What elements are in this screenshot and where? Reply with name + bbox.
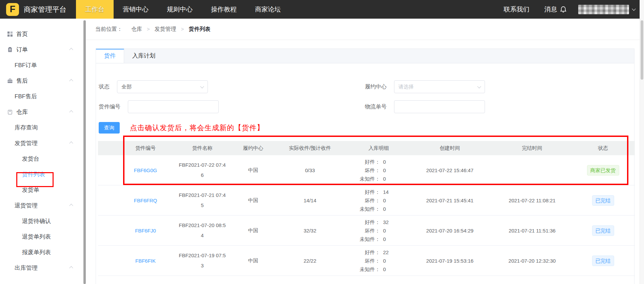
sidebar-item[interactable]: 库存查询 (0, 120, 83, 135)
tracking-no-input[interactable] (394, 100, 485, 113)
created-time-cell: 2021-07-21 15:45:41 (407, 198, 493, 203)
inbound-details: 好件：0坏件：0未知件：0 (357, 158, 401, 183)
created-time-cell: 2021-07-20 16:54:29 (407, 228, 493, 234)
top-menu: 工作台营销中心规则中心操作教程商家论坛 (76, 0, 290, 19)
finished-time-cell: 2021-07-22 11:08:21 (493, 198, 571, 203)
chevron-up-icon (69, 110, 73, 114)
top-menu-item[interactable]: 操作教程 (202, 0, 246, 19)
app-logo[interactable]: F (6, 3, 19, 16)
fulfillment-center-cell: 中国 (237, 197, 269, 204)
sidebar-item[interactable]: 订单 (0, 42, 83, 57)
fulfillment-center-cell: 中国 (237, 258, 269, 264)
chevron-up-icon (69, 79, 73, 83)
status-badge: 已完结 (592, 195, 614, 206)
status-badge: 商家已发货 (587, 165, 619, 176)
page-scrollbar-thumb[interactable] (641, 20, 643, 80)
shipment-name: FBF2021-07-21 07:45 (178, 190, 227, 210)
sidebar-scrollbar[interactable] (83, 20, 86, 284)
table-row: FBF6FIK FBF2021-07-19 07:53 中国 22/22 好件：… (98, 246, 635, 276)
sidebar-item[interactable]: 退货待确认 (0, 213, 83, 229)
shipment-code-link[interactable]: FBF6FIK (135, 258, 156, 264)
shipment-code-link[interactable]: FBF6G0G (134, 167, 157, 173)
breadcrumb-separator-icon: > (181, 26, 184, 32)
sidebar-item[interactable]: 发货单 (0, 182, 83, 198)
fulfillment-select-placeholder: 请选择 (398, 84, 414, 90)
inbound-detail-line: 坏件：0 (357, 166, 401, 175)
chevron-up-icon (69, 141, 73, 145)
sidebar-item[interactable]: 货件列表 (0, 166, 83, 182)
inbound-detail-line: 坏件：0 (357, 226, 401, 235)
inbound-details: 好件：22坏件：0未知件：0 (357, 248, 401, 273)
fulfillment-center-select[interactable]: 请选择 (394, 80, 485, 93)
sidebar-item[interactable]: 发货台 (0, 151, 83, 166)
chevron-up-icon (69, 266, 73, 270)
tab[interactable]: 货件 (96, 49, 124, 63)
order-icon (7, 47, 13, 53)
sidebar-item[interactable]: 报废单列表 (0, 244, 83, 260)
sidebar-nav: 首页 订单 FBF订单 售后 FBF售后 仓库 库存查询 发货管理 发货台 货件… (0, 19, 83, 284)
top-navbar: F 商家管理平台 工作台营销中心规则中心操作教程商家论坛 联系我们 消息 (0, 0, 644, 19)
search-button[interactable]: 查询 (99, 122, 120, 134)
breadcrumb-prefix: 当前位置： (95, 26, 122, 33)
inbound-detail-line: 好件：14 (357, 188, 401, 196)
sidebar-item[interactable]: 售后 (0, 73, 83, 88)
sidebar-item[interactable]: 出库管理 (0, 260, 83, 276)
status-badge: 已完结 (592, 225, 614, 236)
inbound-detail-line: 未知件：0 (357, 265, 401, 273)
top-menu-item[interactable]: 商家论坛 (246, 0, 290, 19)
fulfillment-center-cell: 中国 (237, 167, 269, 174)
shipment-code-link[interactable]: FBF6FJ0 (135, 228, 156, 234)
table-body: FBF6G0G FBF2021-07-22 07:46 中国 0/33 好件：0… (98, 155, 635, 284)
breadcrumb-item[interactable]: 仓库 (131, 26, 142, 32)
received-cell: 22/22 (269, 258, 351, 264)
table-row: FBF6FJ0 FBF2021-07-20 08:54 中国 32/32 好件：… (98, 216, 635, 246)
sidebar-item[interactable]: 仓库 (0, 104, 83, 120)
user-avatar-blurred[interactable] (578, 5, 629, 14)
brand-title: 商家管理平台 (24, 5, 66, 14)
shipment-no-label: 货件编号 (99, 103, 120, 110)
table-header-cell: 完结时间 (493, 145, 571, 151)
sidebar-item[interactable]: FBF订单 (0, 57, 83, 73)
received-cell: 32/32 (269, 228, 351, 234)
inbound-detail-line: 坏件：0 (357, 257, 401, 265)
top-menu-item[interactable]: 营销中心 (114, 0, 158, 19)
chevron-down-icon (477, 84, 481, 88)
inbound-detail-line: 未知件：0 (357, 175, 401, 183)
table-header-cell: 创建时间 (407, 145, 493, 151)
inbound-detail-line: 好件：32 (357, 218, 401, 226)
status-select-value: 全部 (121, 84, 132, 90)
shipment-card: 货件入库计划 状态 全部 履约中心 请选择 (96, 48, 635, 284)
status-select[interactable]: 全部 (117, 80, 208, 93)
chevron-down-icon (200, 84, 204, 88)
shipment-no-input[interactable] (128, 100, 219, 113)
table-header-cell: 货件名称 (168, 145, 237, 151)
tracking-no-label: 物流单号 (365, 103, 387, 110)
shipment-name: FBF2021-07-19 07:53 (178, 250, 227, 271)
table-row: FBF6G0G FBF2021-07-22 07:46 中国 0/33 好件：0… (98, 155, 635, 185)
bell-icon[interactable] (560, 6, 567, 13)
inbound-details: 好件：32坏件：0未知件：0 (357, 218, 401, 243)
shipment-code-link[interactable]: FBF6FRQ (134, 198, 157, 203)
received-cell: 0/33 (269, 167, 351, 173)
messages-link[interactable]: 消息 (544, 5, 557, 14)
sidebar-item[interactable]: FBF售后 (0, 88, 83, 104)
sidebar-item[interactable]: 首页 (0, 26, 83, 42)
chevron-up-icon (69, 204, 73, 207)
grid-icon (7, 31, 13, 37)
inbound-details: 好件：14坏件：0未知件：0 (357, 188, 401, 213)
fulfillment-center-label: 履约中心 (365, 83, 387, 90)
received-cell: 14/14 (269, 198, 351, 203)
top-menu-item[interactable]: 规则中心 (158, 0, 202, 19)
tab[interactable]: 入库计划 (124, 49, 163, 63)
status-badge: 已完结 (592, 256, 614, 266)
contact-us-link[interactable]: 联系我们 (504, 5, 529, 14)
tab-bar: 货件入库计划 (96, 49, 634, 63)
top-menu-item[interactable]: 工作台 (76, 0, 114, 19)
sidebar-item[interactable]: 发货管理 (0, 135, 83, 151)
chevron-up-icon (69, 48, 73, 52)
navbar-right: 联系我们 消息 (504, 5, 635, 14)
breadcrumb-item: 货件列表 (189, 26, 211, 32)
sidebar-item[interactable]: 退货单列表 (0, 229, 83, 244)
sidebar-item[interactable]: 退货管理 (0, 198, 83, 213)
breadcrumb-item[interactable]: 发货管理 (155, 26, 176, 32)
